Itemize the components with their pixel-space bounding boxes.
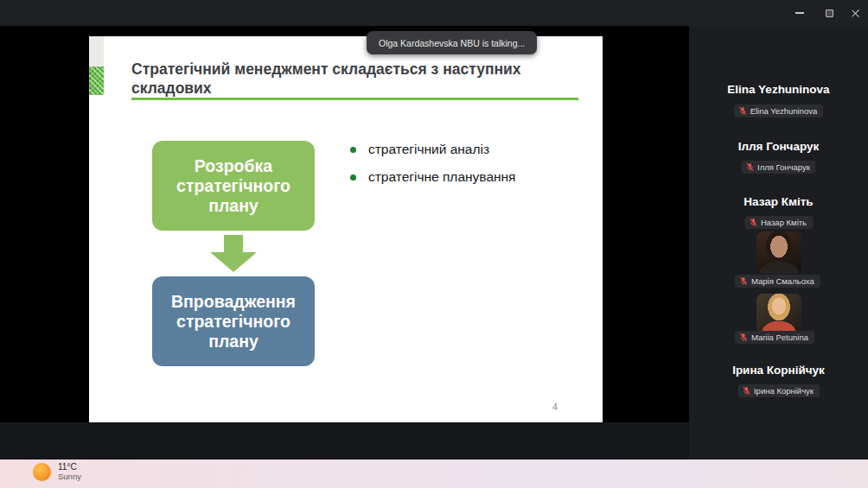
minimize-icon: [795, 12, 804, 14]
list-item: стратегічне планування: [350, 169, 516, 185]
mic-off-icon: [742, 386, 750, 396]
bullet-icon: [350, 174, 356, 181]
mic-off-icon: [745, 162, 754, 172]
participant-badge: Elina Yezhuninova: [734, 105, 824, 117]
participant-badge: Назар Кміть: [744, 216, 813, 229]
window-titlebar: [0, 0, 868, 26]
mic-off-icon: [739, 333, 748, 342]
close-icon: [851, 9, 860, 18]
weather-temperature: 11°C: [58, 462, 81, 472]
windows-taskbar: 11°C Sunny: [0, 459, 868, 488]
down-arrow-icon: [210, 235, 257, 273]
slide-decoration-gray: [89, 36, 104, 67]
diagram-box-develop-plan: Розробка стратегічного плану: [152, 141, 315, 231]
participant-name[interactable]: Elina Yezhuninova: [689, 83, 868, 96]
minimize-button[interactable]: [785, 0, 814, 26]
mic-off-icon: [739, 276, 748, 286]
diagram-box-implement-plan: Впровадження стратегічного плану: [152, 276, 315, 366]
slide-page-number: 4: [552, 402, 558, 412]
mic-off-icon: [749, 218, 757, 227]
weather-widget[interactable]: 11°C Sunny: [33, 462, 81, 481]
participant-name[interactable]: Ірина Корнійчук: [689, 364, 868, 377]
speaker-notification: Olga Kardashevska NBU is talking...: [367, 31, 537, 54]
participant-name[interactable]: Назар Кміть: [689, 195, 868, 208]
title-underline: [131, 98, 578, 100]
participant-badge: Mariia Petunina: [735, 331, 814, 344]
restore-icon: [826, 10, 833, 17]
list-item: стратегічний аналіз: [350, 142, 516, 157]
participant-video-tile[interactable]: [756, 294, 801, 335]
participant-name[interactable]: Ілля Гончарук: [689, 140, 868, 153]
restore-button[interactable]: [814, 0, 844, 26]
bullet-list: стратегічний аналіз стратегічне плануван…: [350, 142, 516, 197]
sunny-weather-icon: [33, 463, 51, 481]
slide-title: Стратегічний менеджмент складається з на…: [131, 60, 574, 98]
presentation-slide: Стратегічний менеджмент складається з на…: [89, 36, 603, 422]
close-button[interactable]: [840, 0, 868, 26]
bullet-icon: [350, 147, 356, 153]
weather-condition: Sunny: [58, 472, 81, 481]
slide-decoration-green-pattern: [89, 67, 104, 95]
participants-panel: Elina Yezhuninova Elina Yezhuninova Ілля…: [689, 26, 868, 459]
participant-badge: Марія Смальоха: [735, 275, 820, 288]
participant-badge: Ірина Корнійчук: [737, 384, 820, 397]
mic-off-icon: [738, 106, 747, 116]
participant-video-tile[interactable]: [756, 231, 801, 274]
participant-badge: Ілля Гончарук: [741, 161, 816, 174]
screen-share-area: Стратегічний менеджмент складається з на…: [0, 26, 689, 422]
app-window: Стратегічний менеджмент складається з на…: [0, 0, 868, 488]
